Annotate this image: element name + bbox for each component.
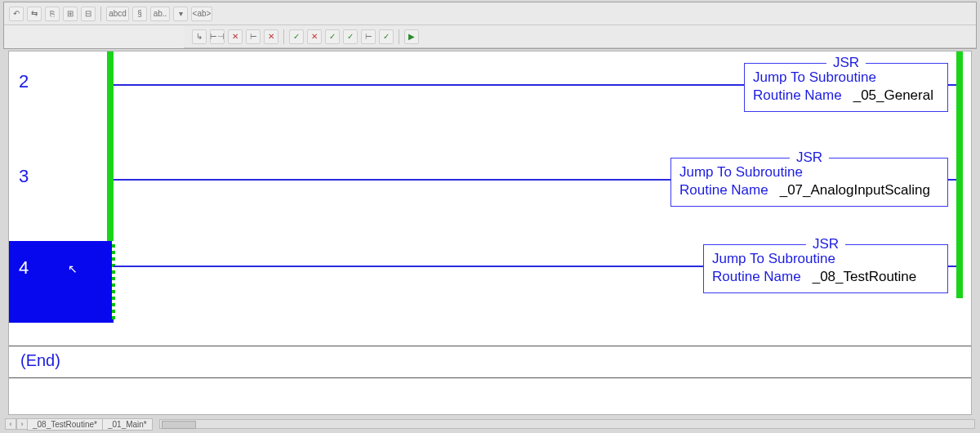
tb2-icon-2[interactable]: ✕ xyxy=(228,29,243,44)
end-label: (End) xyxy=(20,351,60,370)
tb1-dropdown-icon[interactable]: ▾ xyxy=(173,7,188,21)
tb2-sep-a xyxy=(283,29,284,44)
tb1-icon-6[interactable]: § xyxy=(132,7,147,21)
tb2-sep-b xyxy=(399,29,399,44)
routine-tab-strip: ‹ › _08_TestRoutine* _01_Main* xyxy=(5,417,975,431)
app-window: ↶ ⇆ ⎘ ⊞ ⊟ abcd § ab.. ▾ <ab> ↳ ⊢⊣ ✕ ⊢ ✕ … xyxy=(3,2,977,49)
rung-selection-highlight: 4 ↖ xyxy=(9,241,114,323)
toolbar-primary: ↶ ⇆ ⎘ ⊞ ⊟ abcd § ab.. ▾ <ab> xyxy=(4,2,976,25)
horizontal-scrollbar[interactable] xyxy=(159,419,975,429)
rung-3[interactable]: 3 JSR Jump To Subroutine Routine Name _0… xyxy=(9,150,971,239)
rung-number: 3 xyxy=(19,166,29,187)
jsr-instruction[interactable]: JSR Jump To Subroutine Routine Name _07_… xyxy=(670,158,948,207)
tb1-icon-1[interactable]: ⇆ xyxy=(27,7,42,21)
jsr-instruction[interactable]: JSR Jump To Subroutine Routine Name _08_… xyxy=(703,244,948,293)
jsr-param-value[interactable]: _07_AnalogInputScaling xyxy=(780,181,930,199)
tb1-icon-7[interactable]: ab.. xyxy=(150,7,170,21)
jsr-mnemonic: JSR xyxy=(790,149,829,167)
tab-nav-next[interactable]: › xyxy=(16,418,28,430)
tab-main[interactable]: _01_Main* xyxy=(102,418,153,431)
rung-number: 4 xyxy=(19,257,29,279)
end-rung: (End) xyxy=(9,346,971,378)
jsr-param-label: Routine Name xyxy=(753,87,842,105)
tb2-icon-1[interactable]: ⊢⊣ xyxy=(210,29,225,44)
rung-4-selected[interactable]: 4 ↖ JSR Jump To Subroutine Routine Name … xyxy=(9,241,971,331)
jsr-description: Jump To Subroutine xyxy=(679,163,803,181)
tb2-run-icon[interactable]: ▶ xyxy=(404,29,419,44)
jsr-param-value[interactable]: _05_General xyxy=(853,87,933,105)
tb1-icon-9[interactable]: <ab> xyxy=(191,7,212,21)
jsr-mnemonic: JSR xyxy=(806,235,845,253)
jsr-instruction[interactable]: JSR Jump To Subroutine Routine Name _05_… xyxy=(744,63,948,112)
tb2-icon-0[interactable]: ↳ xyxy=(192,29,207,44)
rung-number: 2 xyxy=(19,71,29,92)
tb1-sep xyxy=(100,7,101,21)
tb2-icon-8[interactable]: ✓ xyxy=(343,29,358,44)
tb1-icon-0[interactable]: ↶ xyxy=(9,7,24,21)
rung-2[interactable]: 2 JSR Jump To Subroutine Routine Name _0… xyxy=(9,55,971,145)
jsr-param-label: Routine Name xyxy=(679,181,768,199)
tb1-icon-abcd[interactable]: abcd xyxy=(106,7,129,21)
jsr-param-label: Routine Name xyxy=(712,268,801,286)
tab-test-routine[interactable]: _08_TestRoutine* xyxy=(27,418,103,431)
tb2-icon-7[interactable]: ✓ xyxy=(325,29,340,44)
tb2-icon-10[interactable]: ✓ xyxy=(379,29,394,44)
toolbar-instruction-palette: ↳ ⊢⊣ ✕ ⊢ ✕ ✓ ✕ ✓ ✓ ⊢ ✓ ▶ xyxy=(184,25,976,48)
tb2-icon-4[interactable]: ✕ xyxy=(264,29,278,44)
tb1-icon-3[interactable]: ⊞ xyxy=(63,7,78,21)
tb1-icon-4[interactable]: ⊟ xyxy=(81,7,96,21)
tb2-icon-9[interactable]: ⊢ xyxy=(361,29,376,44)
tb2-icon-5[interactable]: ✓ xyxy=(289,29,304,44)
tb1-icon-2[interactable]: ⎘ xyxy=(45,7,60,21)
tb2-icon-3[interactable]: ⊢ xyxy=(246,29,261,44)
tb2-icon-6[interactable]: ✕ xyxy=(307,29,322,44)
ladder-editor[interactable]: 2 JSR Jump To Subroutine Routine Name _0… xyxy=(8,51,972,415)
tab-nav-prev[interactable]: ‹ xyxy=(5,418,16,430)
jsr-param-value[interactable]: _08_TestRoutine xyxy=(813,268,917,286)
jsr-mnemonic: JSR xyxy=(826,54,866,72)
